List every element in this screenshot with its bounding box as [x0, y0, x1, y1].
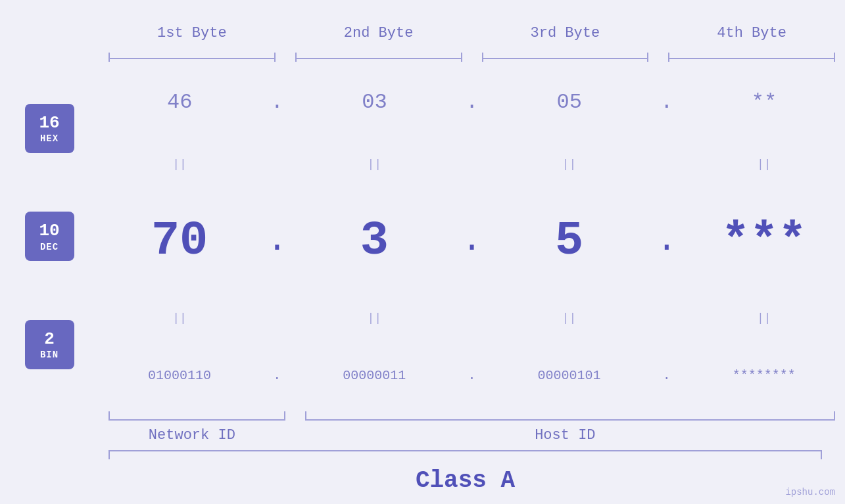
dec-badge: 10 DEC	[25, 212, 74, 261]
eq1-4: ||	[683, 158, 845, 170]
dec-dot-3: .	[650, 221, 683, 260]
byte-label-2: 2nd Byte	[285, 13, 472, 53]
host-id-label: Host ID	[285, 427, 845, 444]
bin-val-4: ********	[683, 368, 845, 383]
badges-column: 16 HEX 10 DEC 2 BIN	[0, 68, 99, 405]
class-top-bracket	[109, 450, 822, 459]
bin-val-3: 00000101	[489, 368, 650, 383]
hex-val-4: **	[683, 90, 845, 114]
hex-badge-label: HEX	[40, 133, 59, 144]
bottom-brackets-row	[99, 409, 845, 421]
bin-dot-1: .	[260, 368, 293, 383]
top-brackets-row	[99, 53, 845, 64]
hex-val-3: 05	[489, 90, 650, 114]
dec-val-1: 70	[99, 214, 260, 268]
byte-label-4: 4th Byte	[658, 13, 845, 53]
dec-badge-number: 10	[39, 221, 59, 241]
hex-badge: 16 HEX	[25, 104, 74, 153]
eq1-3: ||	[489, 158, 650, 170]
eq1-1: ||	[99, 158, 260, 170]
bracket-2	[295, 53, 462, 64]
dec-dot-1: .	[260, 221, 293, 260]
bin-dot-3: .	[650, 368, 683, 383]
bin-row: 01000110 . 00000011 . 00000101 . *******…	[99, 368, 845, 383]
bottom-labels-row: Network ID Host ID	[99, 427, 845, 444]
eq2-4: ||	[683, 312, 845, 324]
bin-badge-number: 2	[44, 329, 55, 350]
hex-dot-2: .	[456, 90, 489, 114]
data-rows-column: 46 . 03 . 05 . ** || || || || 70	[99, 68, 845, 405]
eq2-3: ||	[489, 312, 650, 324]
bottom-section: Network ID Host ID	[99, 409, 845, 444]
bin-dot-2: .	[456, 368, 489, 383]
network-id-label: Network ID	[99, 427, 285, 444]
equals-row-1: || || || ||	[99, 158, 845, 170]
content-area: 16 HEX 10 DEC 2 BIN 46 . 03 . 05 . **	[0, 68, 845, 405]
hex-badge-number: 16	[39, 113, 59, 133]
hex-row: 46 . 03 . 05 . **	[99, 90, 845, 114]
hex-val-1: 46	[99, 90, 260, 114]
class-section: Class A	[99, 450, 832, 494]
dec-badge-label: DEC	[40, 242, 59, 252]
bin-badge: 2 BIN	[25, 320, 74, 369]
bin-val-2: 00000011	[293, 368, 455, 383]
dec-val-4: ***	[683, 214, 845, 268]
network-bracket	[109, 409, 285, 421]
byte-label-1: 1st Byte	[99, 13, 285, 53]
bracket-4	[668, 53, 835, 64]
byte-label-3: 3rd Byte	[472, 13, 659, 53]
bin-badge-label: BIN	[40, 350, 59, 360]
dec-val-2: 3	[293, 214, 455, 268]
class-label: Class A	[99, 467, 832, 494]
hex-dot-1: .	[260, 90, 293, 114]
watermark: ipshu.com	[785, 487, 835, 497]
dec-val-3: 5	[489, 214, 650, 268]
dec-dot-2: .	[456, 221, 489, 260]
byte-labels-row: 1st Byte 2nd Byte 3rd Byte 4th Byte	[99, 13, 845, 53]
bin-val-1: 01000110	[99, 368, 260, 383]
bracket-1	[109, 53, 276, 64]
host-bracket	[305, 409, 835, 421]
eq1-2: ||	[293, 158, 455, 170]
main-container: 1st Byte 2nd Byte 3rd Byte 4th Byte	[0, 0, 845, 504]
equals-row-2: || || || ||	[99, 312, 845, 324]
hex-dot-3: .	[650, 90, 683, 114]
dec-row: 70 . 3 . 5 . ***	[99, 214, 845, 268]
eq2-1: ||	[99, 312, 260, 324]
eq2-2: ||	[293, 312, 455, 324]
bracket-3	[482, 53, 649, 64]
hex-val-2: 03	[293, 90, 455, 114]
